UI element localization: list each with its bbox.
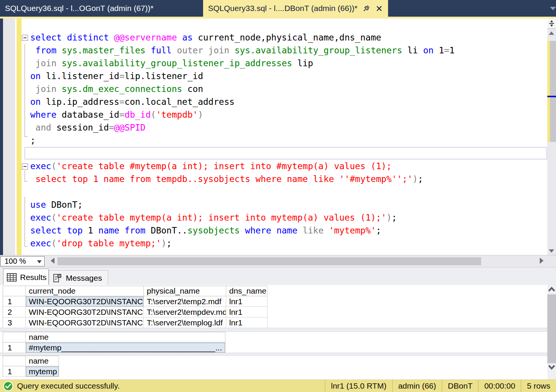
- scroll-right-arrow-icon[interactable]: [540, 258, 544, 264]
- caret-position-marker: [547, 96, 556, 97]
- split-editor-handle[interactable]: [547, 19, 556, 29]
- grid-cell[interactable]: T:\server2\tempdev.mdf: [144, 307, 226, 317]
- split-arrows-icon: [548, 20, 555, 27]
- editor-bottom-bar: 100 %: [0, 255, 556, 267]
- code-line-11[interactable]: exec('create table #mytemp(a int); inser…: [30, 160, 455, 173]
- table-row: 1mytemp: [3, 366, 59, 377]
- scroll-down-arrow-icon[interactable]: [548, 364, 556, 372]
- tab-messages[interactable]: Messages: [49, 270, 108, 285]
- grid-cell[interactable]: WIN-EQOORG30T2D\INSTANCE2: [26, 296, 144, 307]
- code-line-6[interactable]: on lip.ip_address=con.local_net_address: [30, 95, 455, 108]
- results-vertical-scrollbar[interactable]: [547, 285, 556, 380]
- editor-indicator-margin[interactable]: [3, 19, 15, 255]
- grid-cell[interactable]: T:\server2\templog.ldf: [144, 317, 226, 328]
- unsaved-changes-bar: [17, 19, 22, 255]
- grid-cell[interactable]: lnr1: [226, 296, 267, 307]
- code-line-12[interactable]: select top 1 name from tempdb..sysobject…: [30, 173, 455, 185]
- code-line-8[interactable]: and session_id=@@SPID: [30, 121, 455, 134]
- grid-cell[interactable]: #mytemp_________________________________…: [26, 342, 225, 353]
- column-header-physical_name[interactable]: physical_name: [144, 286, 226, 296]
- tab-title: SQLQuery36.sql - l...OGonT (admin (67))*: [5, 4, 154, 13]
- row-number[interactable]: 1: [3, 366, 26, 377]
- row-number[interactable]: 2: [3, 307, 26, 317]
- table-row: 1WIN-EQOORG30T2D\INSTANCE2T:\server2\tem…: [3, 296, 267, 307]
- status-segment-1: lnr1 (15.0 RTM): [325, 380, 392, 392]
- editor-left-edge: [0, 19, 3, 255]
- status-message: Query executed successfully.: [17, 381, 325, 390]
- zoom-value: 100 %: [5, 257, 26, 266]
- status-segment-5: 5 rows: [521, 380, 556, 392]
- horizontal-scrollbar-thumb[interactable]: [57, 257, 481, 265]
- code-line-14[interactable]: use DBonT;: [30, 198, 455, 211]
- table-row: 1#mytemp________________________________…: [3, 342, 225, 353]
- result-grid-2: name1#mytemp____________________________…: [3, 332, 225, 353]
- tab-sqlquery36[interactable]: SQLQuery36.sql - l...OGonT (admin (67))*: [0, 0, 203, 17]
- row-number[interactable]: 1: [3, 342, 26, 353]
- document-tab-bar: SQLQuery36.sql - l...OGonT (admin (67))*…: [0, 0, 556, 17]
- column-header-name[interactable]: name: [26, 332, 225, 342]
- code-line-9[interactable]: ;: [30, 134, 455, 147]
- code-line-5[interactable]: join sys.dm_exec_connections con: [30, 82, 455, 95]
- tab-overflow-chevron-icon[interactable]: [550, 7, 556, 10]
- table-row: 3WIN-EQOORG30T2D\INSTANCE2T:\server2\tem…: [3, 317, 267, 328]
- tab-sqlquery33[interactable]: SQLQuery33.sql - l....DBonT (admin (66))…: [203, 0, 388, 17]
- pin-icon[interactable]: [363, 5, 370, 12]
- code-line-4[interactable]: on li.listener_id=lip.listener_id: [30, 70, 455, 82]
- grid-cell[interactable]: T:\server2\temp2.mdf: [144, 296, 226, 307]
- status-segment-2: admin (66): [392, 380, 442, 392]
- sql-editor[interactable]: select distinct @@servername as current_…: [0, 19, 556, 255]
- grid-separator: [0, 353, 547, 356]
- result-grid-1: current_nodephysical_namedns_name1WIN-EQ…: [3, 286, 267, 328]
- code-line-10[interactable]: [30, 147, 455, 160]
- grid-corner-cell[interactable]: [3, 286, 26, 296]
- outline-guide: [25, 170, 25, 182]
- zoom-dropdown[interactable]: 100 %: [0, 256, 45, 266]
- row-number[interactable]: 1: [3, 296, 26, 307]
- tab-title: SQLQuery33.sql - l....DBonT (admin (66))…: [208, 4, 357, 13]
- grid-corner-cell[interactable]: [3, 332, 26, 342]
- scrollbar-thumb[interactable]: [547, 294, 556, 363]
- code-line-17[interactable]: exec('drop table mytemp;');: [30, 237, 455, 250]
- code-line-2[interactable]: from sys.master_files full outer join sy…: [30, 44, 455, 57]
- fold-collapse-box[interactable]: [22, 163, 28, 170]
- scroll-down-arrow-icon[interactable]: [549, 249, 554, 253]
- green-check-circle-icon: [3, 381, 13, 391]
- tab-results[interactable]: Results: [3, 269, 49, 285]
- column-header-name[interactable]: name: [26, 356, 59, 366]
- editor-vertical-scrollbar[interactable]: [547, 19, 556, 255]
- code-line-1[interactable]: select distinct @@servername as current_…: [30, 31, 455, 44]
- code-line-15[interactable]: exec('create table mytemp(a int); insert…: [30, 211, 455, 224]
- row-number[interactable]: 3: [3, 317, 26, 328]
- grid-icon: [7, 273, 17, 282]
- scroll-up-arrow-icon[interactable]: [549, 31, 554, 35]
- grid-cell[interactable]: mytemp: [26, 366, 59, 377]
- results-pane: name1mytempname1#mytemp_________________…: [0, 285, 556, 380]
- result-grid-3: name1mytemp: [3, 356, 59, 377]
- message-doc-icon: [53, 273, 62, 283]
- results-tab-strip: Results Messages: [0, 267, 556, 285]
- scroll-up-arrow-icon[interactable]: [548, 286, 556, 294]
- code-line-7[interactable]: where database_id=db_id('tempdb'): [30, 108, 455, 121]
- close-icon[interactable]: [376, 5, 383, 12]
- code-line-13[interactable]: [30, 185, 455, 198]
- grid-cell[interactable]: WIN-EQOORG30T2D\INSTANCE2: [26, 307, 144, 317]
- column-header-dns_name[interactable]: dns_name: [226, 286, 267, 296]
- changed-lines-annotation: [547, 41, 550, 142]
- code-line-16[interactable]: select top 1 name from DBonT..sysobjects…: [30, 224, 455, 237]
- fold-collapse-box[interactable]: [22, 35, 28, 41]
- outline-guide: [25, 197, 25, 247]
- column-header-current_node[interactable]: current_node: [26, 286, 144, 296]
- code-line-3[interactable]: join sys.availability_group_listener_ip_…: [30, 57, 455, 70]
- tab-label: Messages: [66, 274, 102, 283]
- code-editor[interactable]: select distinct @@servername as current_…: [30, 31, 455, 250]
- grid-corner-cell[interactable]: [3, 356, 26, 366]
- grid-cell[interactable]: lnr1: [226, 307, 267, 317]
- tab-label: Results: [20, 273, 47, 282]
- table-row: 2WIN-EQOORG30T2D\INSTANCE2T:\server2\tem…: [3, 307, 267, 317]
- grid-cell[interactable]: WIN-EQOORG30T2D\INSTANCE2: [26, 317, 144, 328]
- chevron-down-icon: [37, 260, 42, 263]
- grid-cell[interactable]: lnr1: [226, 317, 267, 328]
- status-segments: lnr1 (15.0 RTM)admin (66)DBonT00:00:005 …: [325, 380, 556, 392]
- scroll-left-arrow-icon[interactable]: [51, 258, 54, 264]
- ssms-window: SQLQuery36.sql - l...OGonT (admin (67))*…: [0, 0, 556, 392]
